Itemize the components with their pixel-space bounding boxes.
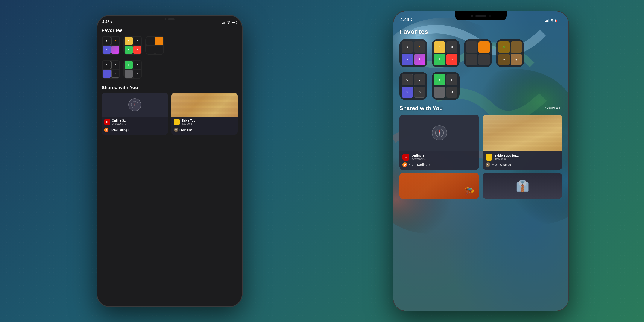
back-from-badge-1[interactable]: D From Darling › <box>104 126 165 132</box>
front-bottom-card-1[interactable]: 🪂 <box>400 173 479 199</box>
front-show-all-btn[interactable]: Show All › <box>545 106 562 110</box>
back-app-f3: L <box>124 70 133 78</box>
front-fashion-content: 👔 <box>482 173 562 199</box>
front-app-icon-4: ⌇ <box>414 54 426 65</box>
front-app-g1: G <box>402 74 413 86</box>
back-card-1[interactable]: O Online S... overstock.... D From Darli… <box>102 93 168 134</box>
back-app-icon-10: I <box>155 37 163 45</box>
front-shared-header: Shared with You Show All › <box>400 105 562 112</box>
front-compass-icon <box>435 128 444 138</box>
front-bottom-cards: 🪂 👔 <box>400 173 562 199</box>
back-app-f4: U <box>133 70 142 78</box>
back-folder-f[interactable]: ✳ F L U <box>124 60 142 79</box>
back-status-left: 4:48 <box>102 20 113 24</box>
front-card-1[interactable]: O Online S... overstock.... D From Darli… <box>400 115 479 170</box>
back-app-icon-11 <box>146 46 154 54</box>
front-from-badge-2[interactable]: C From Chance › <box>486 162 559 167</box>
back-folders-row2: G G U G ✳ F L U <box>102 60 238 79</box>
front-folder-f[interactable]: ✳ F L U <box>432 72 460 100</box>
front-card-2[interactable]: I Table Tops for... ikea.com C From Chan… <box>482 115 562 170</box>
back-card-2[interactable]: I Table Top ikea.com C From Cha › <box>171 93 238 134</box>
front-card-text-2: Table Tops for... ikea.com <box>494 154 559 160</box>
front-show-all-text: Show All <box>545 106 560 110</box>
front-card-preview-1 <box>400 115 479 151</box>
back-card-url-1: overstock.... <box>112 122 165 125</box>
front-folder-1[interactable]: ⚙ ⊘ e ⌇ <box>400 39 428 67</box>
front-favorites-title: Favorites <box>400 28 562 36</box>
front-folder-g[interactable]: G G U G <box>400 72 428 100</box>
back-content: Favorites ⚙ ⊘ e ⌇ A C ✳ B <box>97 25 242 306</box>
back-app-f2: F <box>133 61 142 69</box>
back-battery-icon <box>232 21 237 24</box>
svg-marker-5 <box>134 102 135 105</box>
svg-rect-16 <box>548 19 549 22</box>
back-card-site-2: I Table Top ikea.com <box>174 119 235 125</box>
front-app-icon-9 <box>466 42 478 53</box>
back-shared-section: Shared with You <box>102 85 238 134</box>
front-faceid <box>489 15 491 17</box>
front-phone-screen: 4:49 <box>394 12 568 310</box>
front-status-left: 4:49 <box>400 17 413 22</box>
front-folder-3[interactable]: I <box>464 39 492 67</box>
back-location-icon <box>110 20 113 23</box>
front-folders-row1: ⚙ ⊘ e ⌇ A C ✳ B I <box>400 39 562 67</box>
back-compass-svg <box>131 101 139 108</box>
back-from-chevron-1: › <box>128 128 129 132</box>
front-from-chevron-1: › <box>429 163 430 166</box>
front-folders-row2: G G U G ✳ F L U <box>400 72 562 100</box>
back-time: 4:48 <box>102 20 109 24</box>
back-from-badge-2[interactable]: C From Cha › <box>174 126 235 132</box>
svg-rect-15 <box>547 20 548 22</box>
back-folder-g[interactable]: G G U G <box>102 60 120 79</box>
front-clothing-icon: 👔 <box>516 180 529 192</box>
front-from-text-2: From Chance <box>492 163 511 166</box>
front-card-title-1: Online S... <box>412 154 476 157</box>
svg-rect-14 <box>546 20 547 22</box>
back-from-chevron-2: › <box>194 128 195 132</box>
front-ikea-icon: I <box>486 154 492 160</box>
front-kite-icon: 🪂 <box>464 186 475 197</box>
back-shared-cards: O Online S... overstock.... D From Darli… <box>102 93 238 134</box>
front-folder-4[interactable]: 🌿 ⋯ ⊛ ♣ <box>496 39 524 67</box>
back-signal-icon <box>222 21 226 24</box>
back-favorites-title: Favorites <box>102 28 238 33</box>
front-from-chevron-2: › <box>512 163 514 166</box>
back-folder-3[interactable]: I <box>145 36 164 55</box>
back-from-avatar-1: D <box>104 128 108 132</box>
front-card-text-1: Online S... overstock.... <box>412 154 476 160</box>
front-battery-icon <box>555 19 561 22</box>
back-wifi-icon <box>227 21 230 24</box>
front-card-url-2: ikea.com <box>494 157 559 160</box>
back-app-f1: ✳ <box>124 61 133 69</box>
front-app-icon-3: e <box>402 54 413 65</box>
back-status-icons <box>222 21 237 24</box>
back-folder-2[interactable]: A C ✳ B <box>124 36 142 55</box>
phone-front: 4:49 <box>393 11 569 311</box>
front-app-g4: G <box>414 86 426 98</box>
back-app-icon-9 <box>146 37 154 45</box>
front-from-avatar-1: D <box>402 162 407 167</box>
back-app-g3: U <box>102 70 111 78</box>
front-app-f1: ✳ <box>434 74 445 86</box>
back-ikea-icon: I <box>174 119 180 125</box>
back-card-text-1: Online S... overstock.... <box>112 119 165 125</box>
back-card-info-1: O Online S... overstock.... D From Darli… <box>102 116 168 134</box>
front-card-site-2: I Table Tops for... ikea.com <box>486 154 559 160</box>
front-shared-title: Shared with You <box>400 105 443 112</box>
scene: 4:48 <box>22 11 622 311</box>
front-card-preview-2 <box>482 115 562 151</box>
front-app-icon-16: ♣ <box>511 54 522 65</box>
phone-back: 4:48 <box>96 15 242 307</box>
back-app-g2: G <box>112 61 120 69</box>
front-shared-cards: O Online S... overstock.... D From Darli… <box>400 115 562 170</box>
svg-rect-3 <box>225 21 226 24</box>
front-bottom-card-2[interactable]: 👔 <box>482 173 562 199</box>
back-app-g4: G <box>112 70 120 78</box>
svg-marker-6 <box>134 105 135 108</box>
back-app-g1: G <box>102 61 111 69</box>
back-folder-1[interactable]: ⚙ ⊘ e ⌇ <box>102 36 120 55</box>
back-app-icon-8: B <box>133 46 142 54</box>
front-folder-2[interactable]: A C ✳ B <box>432 39 460 67</box>
front-from-badge-1[interactable]: D From Darling › <box>402 162 476 167</box>
front-notch <box>455 12 506 20</box>
